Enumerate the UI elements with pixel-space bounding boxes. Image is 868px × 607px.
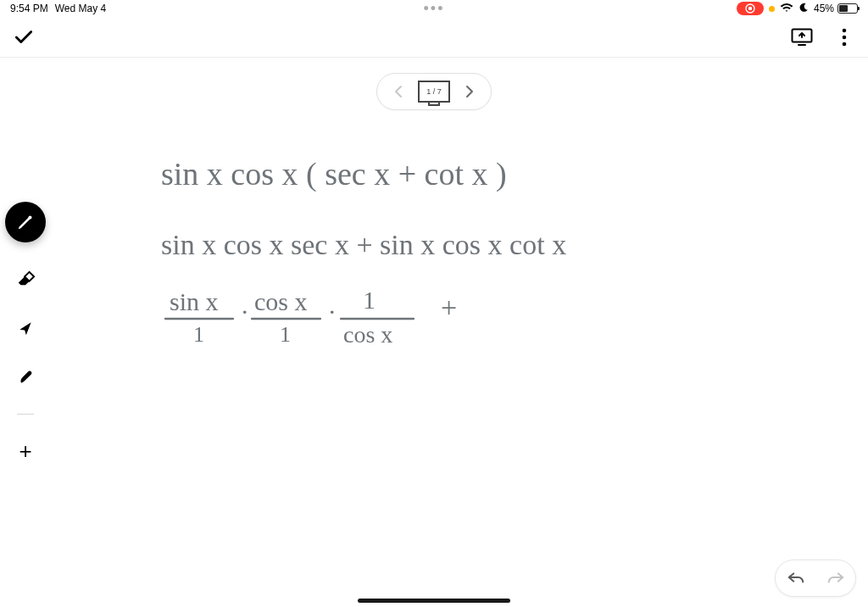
svg-point-6 <box>28 215 31 219</box>
ink-frac2-den: 1 <box>280 322 291 347</box>
ink-plus: + <box>441 292 457 323</box>
pointer-tool-button[interactable] <box>13 315 38 341</box>
handwriting-layer: .hw { font-family: "Segoe Script", "Brad… <box>0 58 868 607</box>
home-indicator[interactable] <box>358 599 510 603</box>
svg-point-5 <box>843 42 847 46</box>
battery-icon <box>837 3 858 14</box>
marker-tool-button[interactable] <box>13 365 38 390</box>
ink-line-1: sin x cos x ( sec x + cot x ) <box>161 156 507 192</box>
undo-button[interactable] <box>781 563 811 593</box>
ink-line-2: sin x cos x sec x + sin x cos x cot x <box>161 229 566 260</box>
page-indicator[interactable]: 1 / 7 <box>418 81 450 103</box>
status-date: Wed May 4 <box>55 3 106 14</box>
status-left: 9:54 PM Wed May 4 <box>10 3 106 14</box>
ink-frac2-num: cos x <box>254 287 308 315</box>
done-button[interactable] <box>12 25 36 49</box>
ink-dot-1: · <box>242 298 248 326</box>
canvas-area[interactable]: 1 / 7 + .hw { font-family: "Segoe Script… <box>0 58 868 607</box>
multitask-dots-icon[interactable]: ••• <box>424 1 445 16</box>
battery-pct: 45% <box>814 3 834 14</box>
rail-separator <box>17 414 34 415</box>
ink-frac3-den: cos x <box>343 321 392 348</box>
eraser-tool-button[interactable] <box>13 266 38 292</box>
pen-tool-button[interactable] <box>5 202 46 242</box>
status-bar: 9:54 PM Wed May 4 ••• 45% <box>0 0 868 17</box>
svg-point-1 <box>748 7 752 10</box>
ink-frac3-num: 1 <box>363 286 376 314</box>
ink-frac1-num: sin x <box>170 287 219 315</box>
page-label: 1 / 7 <box>426 87 442 96</box>
moon-icon <box>798 3 809 15</box>
app-toolbar <box>0 17 868 58</box>
ink-dot-2: · <box>329 298 336 326</box>
next-page-button[interactable] <box>457 79 482 104</box>
prev-page-button[interactable] <box>386 79 411 104</box>
present-button[interactable] <box>790 25 814 49</box>
more-menu-button[interactable] <box>832 25 856 49</box>
screen-record-pill[interactable] <box>737 2 764 15</box>
svg-point-4 <box>843 35 847 39</box>
page-navigator: 1 / 7 <box>376 73 492 110</box>
svg-point-3 <box>843 28 847 32</box>
status-right: 45% <box>737 2 858 15</box>
wifi-icon <box>780 3 793 15</box>
tool-rail: + <box>5 202 46 464</box>
mic-indicator-dot <box>769 6 775 12</box>
status-time: 9:54 PM <box>10 3 48 14</box>
ink-frac1-den: 1 <box>193 322 204 347</box>
undo-redo-pill <box>775 560 856 597</box>
battery-status: 45% <box>814 3 858 14</box>
redo-button[interactable] <box>821 563 851 593</box>
add-tool-button[interactable]: + <box>13 438 38 464</box>
